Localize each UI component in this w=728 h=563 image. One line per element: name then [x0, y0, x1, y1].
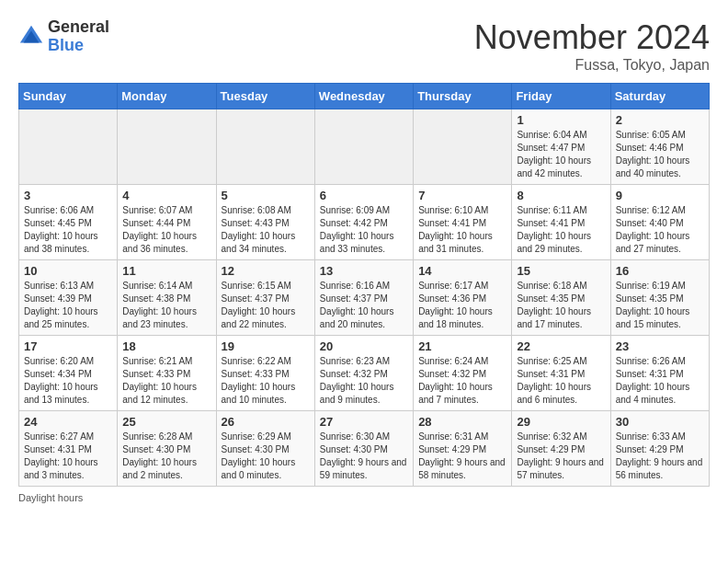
days-header-row: SundayMondayTuesdayWednesdayThursdayFrid…: [19, 84, 710, 109]
day-number: 6: [320, 189, 408, 202]
logo-general-text: General: [48, 18, 109, 37]
day-number: 30: [616, 415, 704, 429]
calendar-cell: 27Sunrise: 6:30 AM Sunset: 4:30 PM Dayli…: [314, 411, 413, 487]
day-info: Sunrise: 6:08 AM Sunset: 4:43 PM Dayligh…: [222, 204, 310, 256]
day-header-sunday: Sunday: [19, 84, 118, 109]
calendar-cell: 24Sunrise: 6:27 AM Sunset: 4:31 PM Dayli…: [19, 411, 118, 487]
day-info: Sunrise: 6:28 AM Sunset: 4:30 PM Dayligh…: [122, 431, 210, 482]
calendar-week-4: 17Sunrise: 6:20 AM Sunset: 4:34 PM Dayli…: [19, 336, 710, 411]
calendar-week-3: 10Sunrise: 6:13 AM Sunset: 4:39 PM Dayli…: [19, 260, 710, 336]
day-info: Sunrise: 6:06 AM Sunset: 4:45 PM Dayligh…: [24, 204, 112, 256]
day-number: 3: [24, 189, 112, 202]
calendar-cell: 9Sunrise: 6:12 AM Sunset: 4:40 PM Daylig…: [610, 185, 709, 260]
calendar-cell: 5Sunrise: 6:08 AM Sunset: 4:43 PM Daylig…: [216, 185, 314, 260]
daylight-label: Daylight hours: [18, 492, 83, 503]
day-number: 10: [24, 264, 112, 278]
day-header-monday: Monday: [118, 84, 216, 109]
calendar-cell: 6Sunrise: 6:09 AM Sunset: 4:42 PM Daylig…: [314, 185, 413, 260]
day-info: Sunrise: 6:13 AM Sunset: 4:39 PM Dayligh…: [24, 280, 112, 331]
calendar-cell: 2Sunrise: 6:05 AM Sunset: 4:46 PM Daylig…: [610, 109, 709, 185]
day-info: Sunrise: 6:19 AM Sunset: 4:35 PM Dayligh…: [616, 280, 704, 331]
day-number: 23: [616, 339, 704, 353]
calendar-cell: 22Sunrise: 6:25 AM Sunset: 4:31 PM Dayli…: [512, 336, 610, 411]
day-number: 26: [222, 415, 310, 429]
calendar-cell: 11Sunrise: 6:14 AM Sunset: 4:38 PM Dayli…: [118, 260, 216, 336]
day-info: Sunrise: 6:24 AM Sunset: 4:32 PM Dayligh…: [418, 355, 506, 407]
day-info: Sunrise: 6:27 AM Sunset: 4:31 PM Dayligh…: [24, 431, 112, 482]
day-number: 14: [418, 264, 506, 278]
day-info: Sunrise: 6:30 AM Sunset: 4:30 PM Dayligh…: [320, 431, 408, 482]
day-info: Sunrise: 6:22 AM Sunset: 4:33 PM Dayligh…: [222, 355, 310, 407]
calendar-cell: 26Sunrise: 6:29 AM Sunset: 4:30 PM Dayli…: [216, 411, 314, 487]
day-info: Sunrise: 6:09 AM Sunset: 4:42 PM Dayligh…: [320, 204, 408, 256]
calendar-cell: 17Sunrise: 6:20 AM Sunset: 4:34 PM Dayli…: [19, 336, 118, 411]
day-number: 12: [222, 264, 310, 278]
calendar-cell: [19, 109, 118, 185]
calendar-cell: 25Sunrise: 6:28 AM Sunset: 4:30 PM Dayli…: [118, 411, 216, 487]
location: Fussa, Tokyo, Japan: [474, 57, 710, 74]
day-info: Sunrise: 6:05 AM Sunset: 4:46 PM Dayligh…: [616, 129, 704, 180]
logo-icon: [18, 24, 44, 50]
day-info: Sunrise: 6:29 AM Sunset: 4:30 PM Dayligh…: [222, 431, 310, 482]
calendar-cell: 19Sunrise: 6:22 AM Sunset: 4:33 PM Dayli…: [216, 336, 314, 411]
day-header-friday: Friday: [512, 84, 610, 109]
calendar-cell: 30Sunrise: 6:33 AM Sunset: 4:29 PM Dayli…: [610, 411, 709, 487]
calendar-cell: [118, 109, 216, 185]
logo-blue-text: Blue: [48, 37, 109, 55]
calendar-cell: 23Sunrise: 6:26 AM Sunset: 4:31 PM Dayli…: [610, 336, 709, 411]
day-number: 1: [517, 113, 605, 127]
day-number: 5: [222, 189, 310, 202]
logo-text: General Blue: [48, 18, 109, 55]
calendar-cell: 7Sunrise: 6:10 AM Sunset: 4:41 PM Daylig…: [414, 185, 512, 260]
day-number: 19: [222, 339, 310, 353]
day-number: 11: [122, 264, 210, 278]
day-info: Sunrise: 6:31 AM Sunset: 4:29 PM Dayligh…: [418, 431, 506, 482]
day-header-thursday: Thursday: [414, 84, 512, 109]
calendar-cell: 20Sunrise: 6:23 AM Sunset: 4:32 PM Dayli…: [314, 336, 413, 411]
calendar-cell: 1Sunrise: 6:04 AM Sunset: 4:47 PM Daylig…: [512, 109, 610, 185]
logo: General Blue: [18, 18, 109, 55]
day-info: Sunrise: 6:11 AM Sunset: 4:41 PM Dayligh…: [517, 204, 605, 256]
calendar-cell: 15Sunrise: 6:18 AM Sunset: 4:35 PM Dayli…: [512, 260, 610, 336]
day-info: Sunrise: 6:26 AM Sunset: 4:31 PM Dayligh…: [616, 355, 704, 407]
day-info: Sunrise: 6:23 AM Sunset: 4:32 PM Dayligh…: [320, 355, 408, 407]
calendar-cell: [414, 109, 512, 185]
day-number: 16: [616, 264, 704, 278]
day-number: 21: [418, 339, 506, 353]
day-number: 13: [320, 264, 408, 278]
day-number: 18: [122, 339, 210, 353]
calendar-cell: 13Sunrise: 6:16 AM Sunset: 4:37 PM Dayli…: [314, 260, 413, 336]
day-info: Sunrise: 6:32 AM Sunset: 4:29 PM Dayligh…: [517, 431, 605, 482]
day-number: 15: [517, 264, 605, 278]
day-number: 27: [320, 415, 408, 429]
calendar-week-2: 3Sunrise: 6:06 AM Sunset: 4:45 PM Daylig…: [19, 185, 710, 260]
day-number: 7: [418, 189, 506, 202]
day-header-tuesday: Tuesday: [216, 84, 314, 109]
day-info: Sunrise: 6:10 AM Sunset: 4:41 PM Dayligh…: [418, 204, 506, 256]
day-info: Sunrise: 6:17 AM Sunset: 4:36 PM Dayligh…: [418, 280, 506, 331]
calendar-cell: 12Sunrise: 6:15 AM Sunset: 4:37 PM Dayli…: [216, 260, 314, 336]
day-info: Sunrise: 6:21 AM Sunset: 4:33 PM Dayligh…: [122, 355, 210, 407]
day-number: 8: [517, 189, 605, 202]
calendar-week-1: 1Sunrise: 6:04 AM Sunset: 4:47 PM Daylig…: [19, 109, 710, 185]
calendar-week-5: 24Sunrise: 6:27 AM Sunset: 4:31 PM Dayli…: [19, 411, 710, 487]
calendar-cell: 14Sunrise: 6:17 AM Sunset: 4:36 PM Dayli…: [414, 260, 512, 336]
day-info: Sunrise: 6:04 AM Sunset: 4:47 PM Dayligh…: [517, 129, 605, 180]
footer-note: Daylight hours: [18, 492, 710, 503]
calendar-cell: 29Sunrise: 6:32 AM Sunset: 4:29 PM Dayli…: [512, 411, 610, 487]
day-number: 4: [122, 189, 210, 202]
month-title: November 2024: [474, 18, 710, 57]
day-info: Sunrise: 6:15 AM Sunset: 4:37 PM Dayligh…: [222, 280, 310, 331]
calendar-header: SundayMondayTuesdayWednesdayThursdayFrid…: [19, 84, 710, 109]
day-header-saturday: Saturday: [610, 84, 709, 109]
day-info: Sunrise: 6:14 AM Sunset: 4:38 PM Dayligh…: [122, 280, 210, 331]
day-info: Sunrise: 6:12 AM Sunset: 4:40 PM Dayligh…: [616, 204, 704, 256]
day-info: Sunrise: 6:18 AM Sunset: 4:35 PM Dayligh…: [517, 280, 605, 331]
calendar-cell: 28Sunrise: 6:31 AM Sunset: 4:29 PM Dayli…: [414, 411, 512, 487]
day-number: 17: [24, 339, 112, 353]
calendar-cell: 18Sunrise: 6:21 AM Sunset: 4:33 PM Dayli…: [118, 336, 216, 411]
calendar-cell: 21Sunrise: 6:24 AM Sunset: 4:32 PM Dayli…: [414, 336, 512, 411]
day-number: 28: [418, 415, 506, 429]
day-number: 20: [320, 339, 408, 353]
day-info: Sunrise: 6:16 AM Sunset: 4:37 PM Dayligh…: [320, 280, 408, 331]
